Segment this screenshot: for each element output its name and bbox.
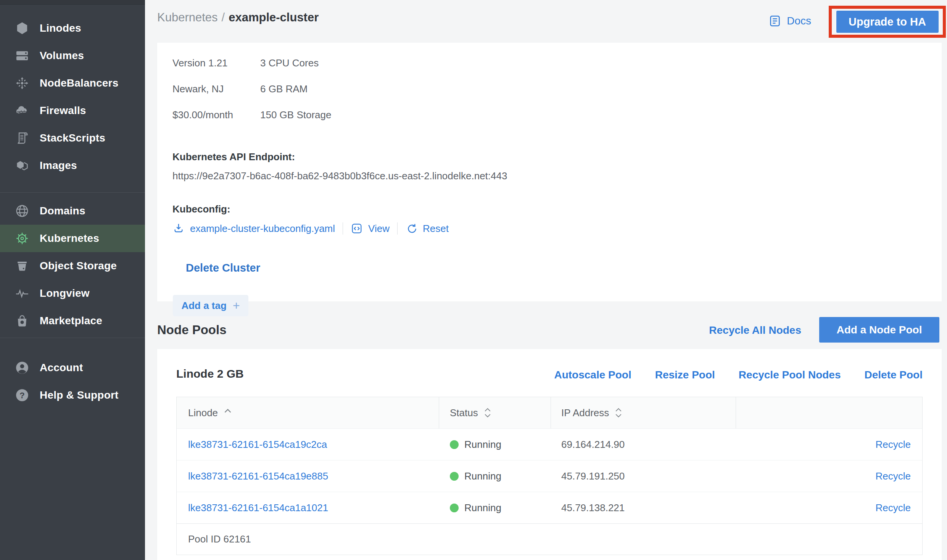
sidebar-item-label: Volumes (40, 50, 84, 62)
sidebar-item-volumes[interactable]: Volumes (0, 42, 145, 69)
ip-address: 45.79.138.221 (561, 502, 625, 514)
cluster-ram: 6 GB RAM (260, 84, 926, 94)
autoscale-pool-link[interactable]: Autoscale Pool (554, 369, 631, 381)
sidebar-item-label: Account (40, 362, 83, 374)
node-pools-title: Node Pools (157, 323, 227, 337)
page-title: example-cluster (229, 11, 319, 24)
cluster-region: Newark, NJ (172, 84, 260, 94)
sidebar-item-label: NodeBalancers (40, 77, 118, 89)
cluster-cpu: 3 CPU Cores (260, 58, 926, 68)
pool-actions: Autoscale Pool Resize Pool Recycle Pool … (554, 369, 923, 381)
nodebalancers-icon (14, 75, 31, 92)
view-kubeconfig-link[interactable]: View (368, 223, 390, 235)
breadcrumb-separator: / (222, 11, 225, 24)
sidebar-item-label: Linodes (40, 22, 81, 34)
ip-address: 45.79.191.250 (561, 470, 625, 482)
api-endpoint-label: Kubernetes API Endpoint: (172, 151, 926, 163)
column-header-ip-address[interactable]: IP Address (551, 397, 736, 428)
kubernetes-wheel-icon (14, 230, 31, 247)
column-header-actions (736, 397, 922, 428)
breadcrumb: Kubernetes/example-cluster (157, 11, 319, 24)
kubeconfig-row: example-cluster-kubeconfig.yaml View Res… (172, 222, 926, 235)
node-pool-card: Linode 2 GB Autoscale Pool Resize Pool R… (157, 349, 942, 560)
upgrade-to-ha-button[interactable]: Upgrade to HA (836, 11, 939, 33)
recycle-all-nodes-link[interactable]: Recycle All Nodes (709, 324, 801, 336)
sidebar: Linodes Volumes NodeBalancers Firewalls (0, 0, 145, 560)
sidebar-item-label: Firewalls (40, 105, 86, 117)
help-icon: ? (14, 387, 31, 404)
sidebar-nav: Linodes Volumes NodeBalancers Firewalls (0, 5, 145, 409)
sidebar-divider (0, 192, 145, 193)
sidebar-item-help-support[interactable]: ? Help & Support (0, 381, 145, 409)
cluster-version: Version 1.21 (172, 58, 260, 68)
sidebar-item-object-storage[interactable]: Object Storage (0, 252, 145, 280)
status-text: Running (464, 470, 501, 482)
delete-pool-link[interactable]: Delete Pool (865, 369, 923, 381)
column-header-status[interactable]: Status (439, 397, 551, 428)
node-link[interactable]: lke38731-62161-6154ca19e885 (188, 470, 328, 482)
volumes-icon (14, 47, 31, 64)
sidebar-item-longview[interactable]: Longview (0, 280, 145, 307)
pool-id: Pool ID 62161 (188, 533, 251, 545)
node-link[interactable]: lke38731-62161-6154ca1a1021 (188, 502, 328, 514)
recycle-node-link[interactable]: Recycle (876, 502, 911, 514)
recycle-pool-nodes-link[interactable]: Recycle Pool Nodes (739, 369, 841, 381)
sidebar-item-linodes[interactable]: Linodes (0, 14, 145, 42)
kubeconfig-file-link[interactable]: example-cluster-kubeconfig.yaml (190, 223, 335, 235)
table-row: lke38731-62161-6154ca1a1021 Running 45.7… (177, 492, 922, 523)
sidebar-item-account[interactable]: Account (0, 354, 145, 381)
account-icon (14, 359, 31, 376)
sort-both-icon (615, 408, 622, 418)
stackscripts-icon (14, 130, 31, 146)
cluster-summary-card: Version 1.21 3 CPU Cores Newark, NJ 6 GB… (157, 43, 942, 301)
column-header-linode[interactable]: Linode (177, 397, 439, 428)
sidebar-item-label: Marketplace (40, 315, 102, 327)
sidebar-item-images[interactable]: Images (0, 152, 145, 179)
recycle-node-link[interactable]: Recycle (876, 470, 911, 482)
status-text: Running (464, 439, 501, 451)
pool-id-row: Pool ID 62161 (177, 523, 922, 555)
node-link[interactable]: lke38731-62161-6154ca19c2ca (188, 439, 327, 451)
sidebar-item-label: Object Storage (40, 260, 117, 272)
sidebar-item-label: Domains (40, 205, 85, 217)
delete-cluster-link[interactable]: Delete Cluster (186, 262, 260, 274)
status-dot (450, 504, 459, 512)
domains-icon (14, 203, 31, 219)
recycle-node-link[interactable]: Recycle (876, 439, 911, 451)
reset-refresh-icon (405, 222, 417, 235)
divider (397, 222, 398, 235)
cluster-price: $30.00/month (172, 110, 260, 120)
cluster-summary-grid: Version 1.21 3 CPU Cores Newark, NJ 6 GB… (172, 58, 926, 136)
docs-file-icon (768, 14, 781, 27)
table-header-row: Linode Status IP Address (177, 397, 922, 428)
status-text: Running (464, 502, 501, 514)
add-node-pool-button[interactable]: Add a Node Pool (819, 317, 939, 343)
sidebar-item-label: StackScripts (40, 132, 105, 144)
status-dot (450, 440, 459, 449)
add-tag-button[interactable]: Add a tag + (173, 295, 248, 316)
sidebar-item-label: Longview (40, 287, 90, 299)
sidebar-top-strip (0, 0, 145, 5)
longview-icon (14, 285, 31, 302)
resize-pool-link[interactable]: Resize Pool (655, 369, 715, 381)
cluster-storage: 150 GB Storage (260, 110, 926, 120)
sidebar-item-firewalls[interactable]: Firewalls (0, 97, 145, 124)
sidebar-item-label: Kubernetes (40, 232, 99, 245)
sidebar-item-nodebalancers[interactable]: NodeBalancers (0, 69, 145, 97)
sidebar-item-label: Images (40, 159, 77, 172)
divider (343, 222, 343, 235)
breadcrumb-section-link[interactable]: Kubernetes (157, 11, 218, 24)
plus-icon: + (233, 299, 240, 312)
kubeconfig-label: Kubeconfig: (172, 203, 926, 215)
reset-kubeconfig-link[interactable]: Reset (423, 223, 449, 235)
table-row: lke38731-62161-6154ca19e885 Running 45.7… (177, 460, 922, 492)
download-icon[interactable] (172, 222, 185, 235)
sidebar-item-kubernetes[interactable]: Kubernetes (0, 225, 145, 252)
sidebar-item-domains[interactable]: Domains (0, 197, 145, 225)
linode-cloud-manager: Linodes Volumes NodeBalancers Firewalls (0, 0, 947, 560)
sidebar-item-marketplace[interactable]: Marketplace (0, 307, 145, 335)
ip-address: 69.164.214.90 (561, 439, 625, 451)
annotation-highlight-rect: Upgrade to HA (829, 6, 946, 38)
docs-link[interactable]: Docs (768, 14, 811, 27)
sidebar-item-stackscripts[interactable]: StackScripts (0, 124, 145, 152)
